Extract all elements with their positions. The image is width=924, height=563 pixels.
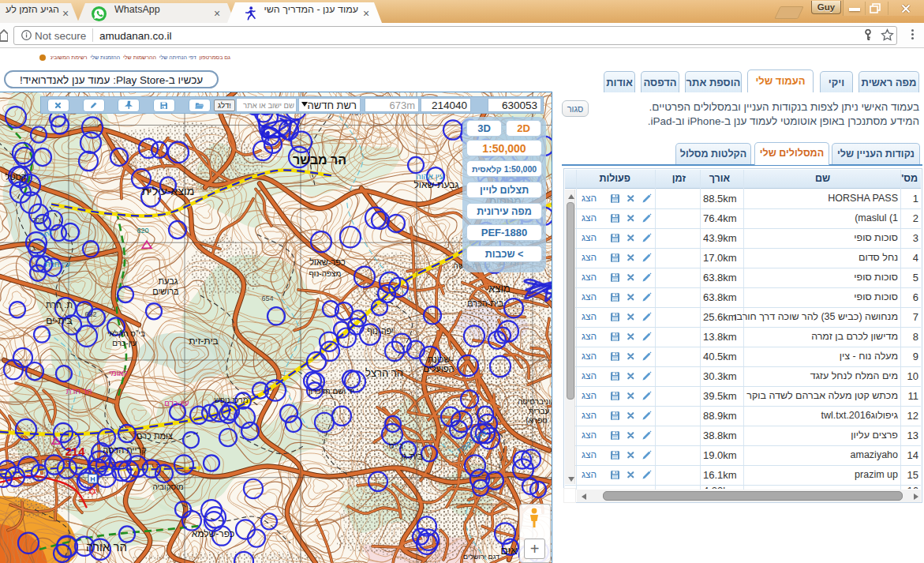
svg-text:מוסקוביה: מוסקוביה: [152, 482, 183, 491]
svg-text:654: 654: [261, 295, 273, 302]
svg-text:מוצא: מוצא: [488, 283, 511, 295]
svg-text:✡: ✡: [88, 485, 98, 498]
svg-text:מרכז נופש: מרכז נופש: [214, 396, 248, 404]
svg-text:הר הרצל: הר הרצל: [365, 367, 403, 379]
svg-text:620: 620: [137, 227, 148, 235]
svg-text:קריית הדסה: קריית הדסה: [103, 445, 146, 455]
svg-text:עברית: עברית: [529, 407, 550, 415]
svg-text:יפה-נוף: יפה-נוף: [367, 326, 394, 336]
svg-text:H: H: [90, 475, 95, 483]
svg-text:צומת כרם: צומת כרם: [137, 431, 173, 441]
svg-text:כפר-שאול: כפר-שאול: [309, 257, 346, 267]
svg-text:ת. חרת: ת. חרת: [46, 300, 73, 310]
svg-text:בית-ים: בית-ים: [46, 315, 72, 326]
svg-text:דגם ירושלים: דגם ירושלים: [463, 553, 499, 561]
svg-text:לאומי: לאומי: [109, 369, 128, 377]
svg-text:עין חרת: עין חרת: [45, 260, 70, 268]
svg-text:662: 662: [84, 310, 96, 318]
svg-text:אוניברסיטה: אוניברסיטה: [518, 397, 552, 406]
svg-text:יד ושם הזיכרון: יד ושם הזיכרון: [309, 387, 354, 396]
svg-text:הר אורה: הר אורה: [86, 540, 127, 554]
svg-text:גבעת-שאול: גבעת-שאול: [413, 179, 458, 190]
svg-text:שכונת-: שכונת-: [428, 355, 453, 364]
svg-text:עין-כרם: עין-כרם: [112, 339, 137, 347]
svg-text:214: 214: [65, 445, 85, 458]
svg-text:מוצא-עילית: מוצא-עילית: [142, 184, 195, 197]
svg-text:בית-זית: בית-זית: [189, 336, 218, 347]
svg-text:עין אהוה: עין אהוה: [416, 172, 443, 181]
svg-text:כפר-שלמא: כפר-שלמא: [192, 528, 235, 539]
svg-text:בית-גן: בית-גן: [401, 452, 423, 461]
svg-text:גבעת: גבעת: [159, 276, 178, 286]
svg-text:מצפה-נוף: מצפה-נוף: [309, 269, 342, 278]
svg-text:אים: אים: [500, 544, 518, 557]
svg-text:הר מבשר: הר מבשר: [293, 152, 346, 167]
svg-text:בי"ס חקלאי: בי"ס חקלאי: [107, 329, 145, 338]
svg-text:עין-כרם: עין-כרם: [164, 399, 189, 407]
svg-text:בית-הכרם: בית-הכרם: [467, 298, 504, 308]
svg-text:הר חרת: הר חרת: [66, 387, 92, 396]
svg-text:בי"ס: בי"ס: [389, 441, 404, 450]
svg-text:(ספרא: (ספרא: [526, 416, 548, 425]
svg-text:705: 705: [32, 216, 43, 224]
svg-text:הפועלים: הפועלים: [424, 364, 455, 373]
svg-text:ברושים: ברושים: [152, 287, 179, 296]
svg-text:קסטל: קסטל: [6, 172, 27, 182]
